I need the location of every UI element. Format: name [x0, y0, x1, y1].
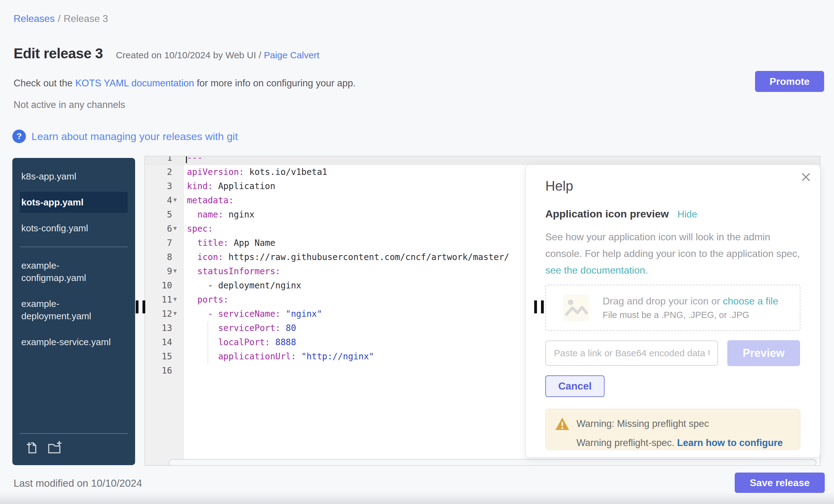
warning-triangle-icon — [555, 417, 570, 431]
choose-file-link[interactable]: choose a file — [723, 295, 778, 307]
line-number: 13 — [145, 321, 172, 335]
indent-guide — [207, 322, 208, 364]
sidebar-file-item[interactable]: example-configmap.yaml — [20, 255, 128, 288]
add-file-icon[interactable] — [25, 440, 39, 455]
code-line: 1--- — [145, 156, 820, 165]
git-help-row: ? Learn about managing your releases wit… — [12, 130, 238, 143]
close-icon[interactable] — [799, 170, 813, 184]
line-number: 1 — [145, 156, 172, 165]
line-number: 6 — [145, 222, 172, 236]
image-placeholder-icon — [563, 295, 589, 321]
preflight-warning-box: Warning: Missing preflight spec Warning … — [545, 409, 800, 450]
see-documentation-link[interactable]: see the documentation — [545, 265, 645, 276]
breadcrumb-current: Release 3 — [64, 13, 108, 24]
breadcrumb-releases-link[interactable]: Releases — [14, 13, 54, 24]
sidebar-file-item[interactable]: kots-config.yaml — [20, 218, 128, 239]
warning-line2: Warning preflight-spec. Learn how to con… — [555, 437, 791, 448]
kots-yaml-doc-link[interactable]: KOTS YAML documentation — [75, 78, 194, 89]
doc-line: Check out the KOTS YAML documentation fo… — [14, 78, 356, 89]
help-panel: Help Application icon preview Hide See h… — [525, 165, 820, 458]
icon-preview-description: See how your application icon will look … — [545, 228, 800, 279]
line-number: 9 — [145, 264, 172, 279]
promote-button[interactable]: Promote — [755, 71, 824, 92]
fold-arrow-icon[interactable]: ▾ — [173, 306, 182, 321]
sidebar-footer — [12, 433, 135, 455]
git-releases-link[interactable]: Learn about managing your releases with … — [31, 130, 238, 143]
line-number: 14 — [145, 335, 172, 349]
channel-status: Not active in any channels — [14, 99, 125, 110]
line-number: 11 — [145, 293, 172, 307]
dropzone-text: Drag and drop your icon or choose a file… — [603, 295, 778, 320]
line-number: 5 — [145, 207, 172, 222]
line-number: 7 — [145, 236, 172, 250]
last-modified-text: Last modified on 10/10/2024 — [14, 478, 142, 489]
help-panel-resize-handle[interactable] — [534, 301, 544, 314]
breadcrumb-separator: / — [58, 13, 61, 24]
bottom-fade — [0, 492, 834, 504]
line-number: 12 — [145, 307, 172, 321]
icon-url-input[interactable] — [545, 341, 718, 366]
line-number: 2 — [145, 165, 172, 179]
save-release-button[interactable]: Save release — [735, 473, 825, 493]
file-list-divider — [20, 247, 128, 247]
title-row: Edit release 3 Created on 10/10/2024 by … — [14, 45, 319, 62]
cancel-button[interactable]: Cancel — [545, 375, 605, 397]
editor-horizontal-scrollbar[interactable] — [169, 459, 816, 466]
page-title: Edit release 3 — [14, 45, 103, 62]
file-list: k8s-app.yamlkots-app.yamlkots-config.yam… — [12, 158, 135, 353]
sidebar-file-item[interactable]: k8s-app.yaml — [20, 166, 128, 187]
icon-dropzone[interactable]: Drag and drop your icon or choose a file… — [545, 285, 800, 331]
line-number: 3 — [145, 179, 172, 193]
fold-arrow-icon[interactable]: ▾ — [173, 221, 182, 235]
breadcrumb: Releases/Release 3 — [14, 13, 108, 24]
question-mark-icon: ? — [12, 130, 26, 143]
help-panel-title: Help — [545, 178, 800, 194]
created-user-link[interactable]: Paige Calvert — [264, 50, 319, 60]
sidebar-resize-handle[interactable] — [136, 301, 146, 314]
line-number: 10 — [145, 279, 172, 293]
fold-arrow-icon[interactable]: ▾ — [173, 292, 182, 306]
sidebar-actions — [12, 440, 135, 455]
learn-how-to-configure-link[interactable]: Learn how to configure — [677, 437, 783, 448]
icon-preview-section-title: Application icon preview — [545, 208, 669, 220]
sidebar-file-item[interactable]: example-deployment.yaml — [20, 293, 128, 327]
line-number: 16 — [145, 364, 172, 378]
line-number: 4 — [145, 193, 172, 207]
line-number: 15 — [145, 349, 172, 364]
fold-arrow-icon[interactable]: ▾ — [173, 264, 182, 278]
fold-arrow-icon[interactable]: ▾ — [173, 193, 182, 207]
add-folder-icon[interactable] — [47, 440, 63, 455]
sidebar-file-item[interactable]: example-service.yaml — [20, 332, 128, 353]
warning-line1: Warning: Missing preflight spec — [576, 418, 709, 429]
release-editor-page: Releases/Release 3 Edit release 3 Create… — [0, 0, 834, 504]
sidebar-file-item[interactable]: kots-app.yaml — [20, 192, 128, 213]
hide-link[interactable]: Hide — [678, 209, 697, 220]
file-tree-sidebar: k8s-app.yamlkots-app.yamlkots-config.yam… — [12, 158, 135, 465]
text-cursor — [186, 156, 187, 163]
preview-button[interactable]: Preview — [727, 340, 800, 366]
line-number: 8 — [145, 250, 172, 264]
created-meta: Created on 10/10/2024 by Web UI / Paige … — [116, 50, 320, 61]
sidebar-footer-divider — [20, 433, 128, 434]
